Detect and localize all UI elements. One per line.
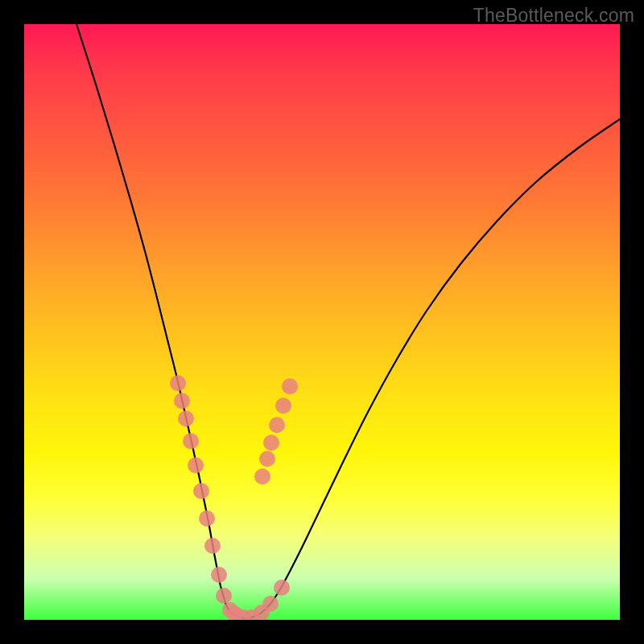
data-marker (204, 538, 221, 554)
data-marker (199, 510, 215, 526)
data-marker (174, 393, 190, 409)
data-marker (183, 433, 199, 449)
data-marker (259, 451, 275, 467)
curve-svg (24, 24, 620, 620)
plot-area (24, 24, 620, 620)
data-markers (170, 375, 298, 620)
data-marker (274, 580, 290, 596)
data-marker (193, 483, 209, 499)
data-marker (216, 588, 232, 604)
data-marker (263, 435, 279, 451)
data-marker (269, 417, 285, 433)
data-marker (275, 398, 291, 414)
chart-frame: TheBottleneck.com (0, 0, 644, 644)
data-marker (170, 375, 186, 391)
data-marker (282, 378, 298, 394)
data-marker (254, 469, 270, 485)
data-marker (178, 411, 194, 427)
data-marker (211, 567, 227, 583)
bottleneck-curve (76, 24, 620, 618)
watermark-text: TheBottleneck.com (473, 5, 634, 27)
data-marker (262, 596, 279, 612)
data-marker (188, 457, 204, 473)
